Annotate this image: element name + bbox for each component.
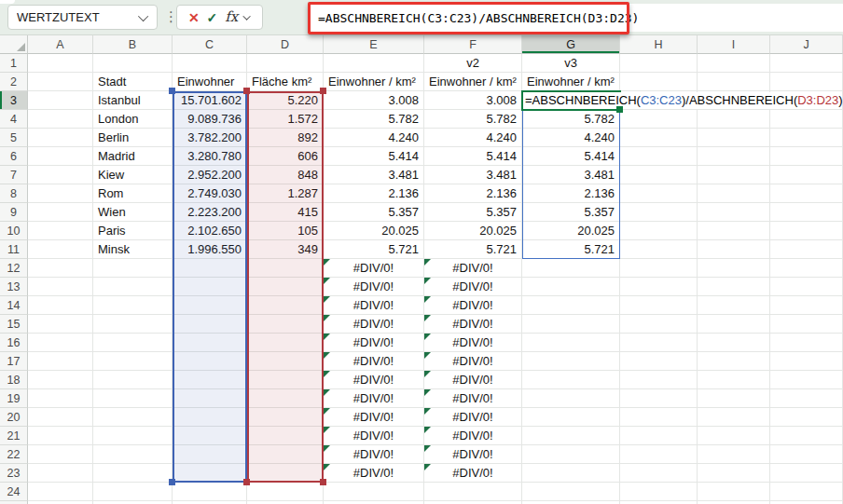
- cell-C2[interactable]: Einwohner: [173, 73, 247, 91]
- cell-G17[interactable]: [522, 352, 620, 371]
- cell-G16[interactable]: [522, 334, 620, 352]
- cell-G15[interactable]: [522, 315, 620, 334]
- cell-D1[interactable]: [247, 54, 324, 73]
- cell-I2[interactable]: [698, 73, 770, 91]
- cell-B4[interactable]: London: [93, 110, 173, 129]
- cell-A10[interactable]: [28, 222, 93, 240]
- cell-E10[interactable]: 20.025: [324, 222, 424, 240]
- row-header-10[interactable]: 10: [0, 222, 28, 240]
- cell-I11[interactable]: [698, 240, 770, 259]
- cell-A1[interactable]: [28, 54, 93, 73]
- cell-F20[interactable]: #DIV/0!: [424, 408, 522, 427]
- cell-B16[interactable]: [93, 334, 173, 352]
- cell-C9[interactable]: 2.223.200: [173, 203, 247, 222]
- cell-J19[interactable]: [770, 389, 843, 408]
- cell-J5[interactable]: [770, 129, 843, 147]
- cell-G11[interactable]: 5.721: [522, 240, 620, 259]
- cell-D20[interactable]: [247, 408, 324, 427]
- cell-E9[interactable]: 5.357: [324, 203, 424, 222]
- cell-F14[interactable]: #DIV/0!: [424, 296, 522, 315]
- cell-F19[interactable]: #DIV/0!: [424, 389, 522, 408]
- cell-D12[interactable]: [247, 259, 324, 278]
- cell-E5[interactable]: 4.240: [324, 129, 424, 147]
- row-header-20[interactable]: 20: [0, 408, 28, 427]
- cell-J24[interactable]: [770, 483, 843, 501]
- cell-B24[interactable]: [93, 483, 173, 501]
- cell-G24[interactable]: [522, 483, 620, 501]
- cell-H19[interactable]: [620, 389, 698, 408]
- cell-A3[interactable]: [28, 91, 93, 110]
- cell-E14[interactable]: #DIV/0!: [324, 296, 424, 315]
- cell-H9[interactable]: [620, 203, 698, 222]
- cell-E11[interactable]: 5.721: [324, 240, 424, 259]
- cell-B3[interactable]: Istanbul: [93, 91, 173, 110]
- cell-D15[interactable]: [247, 315, 324, 334]
- row-header-23[interactable]: 23: [0, 464, 28, 483]
- cell-H1[interactable]: [620, 54, 698, 73]
- cell-C15[interactable]: [173, 315, 247, 334]
- cell-F2[interactable]: Einwohner / km²: [424, 73, 522, 91]
- cell-F7[interactable]: 3.481: [424, 166, 522, 184]
- cell-D9[interactable]: 415: [247, 203, 324, 222]
- cell-G22[interactable]: [522, 445, 620, 464]
- cell-B23[interactable]: [93, 464, 173, 483]
- cell-C12[interactable]: [173, 259, 247, 278]
- cell-D24[interactable]: [247, 483, 324, 501]
- cell-A15[interactable]: [28, 315, 93, 334]
- cell-F4[interactable]: 5.782: [424, 110, 522, 129]
- cell-J18[interactable]: [770, 371, 843, 389]
- insert-function-icon[interactable]: fx: [225, 10, 238, 24]
- cell-E1[interactable]: [324, 54, 424, 73]
- row-header-22[interactable]: 22: [0, 445, 28, 464]
- cell-G5[interactable]: 4.240: [522, 129, 620, 147]
- cell-J20[interactable]: [770, 408, 843, 427]
- column-header-F[interactable]: F: [424, 35, 522, 54]
- cell-B12[interactable]: [93, 259, 173, 278]
- cell-B17[interactable]: [93, 352, 173, 371]
- cell-B1[interactable]: [93, 54, 173, 73]
- cell-A7[interactable]: [28, 166, 93, 184]
- cell-J16[interactable]: [770, 334, 843, 352]
- cell-C21[interactable]: [173, 427, 247, 445]
- cell-C3[interactable]: 15.701.602: [173, 91, 247, 110]
- cell-E23[interactable]: #DIV/0!: [324, 464, 424, 483]
- cell-A17[interactable]: [28, 352, 93, 371]
- cell-I8[interactable]: [698, 184, 770, 203]
- cell-A13[interactable]: [28, 278, 93, 296]
- cell-D16[interactable]: [247, 334, 324, 352]
- cell-D2[interactable]: Fläche km²: [247, 73, 324, 91]
- column-header-J[interactable]: J: [770, 35, 843, 54]
- cell-E22[interactable]: #DIV/0!: [324, 445, 424, 464]
- cell-E13[interactable]: #DIV/0!: [324, 278, 424, 296]
- row-header-9[interactable]: 9: [0, 203, 28, 222]
- cell-A16[interactable]: [28, 334, 93, 352]
- cell-A6[interactable]: [28, 147, 93, 166]
- cell-J14[interactable]: [770, 296, 843, 315]
- cell-I18[interactable]: [698, 371, 770, 389]
- cell-J8[interactable]: [770, 184, 843, 203]
- cell-B22[interactable]: [93, 445, 173, 464]
- cell-I12[interactable]: [698, 259, 770, 278]
- cell-F8[interactable]: 2.136: [424, 184, 522, 203]
- cell-F15[interactable]: #DIV/0!: [424, 315, 522, 334]
- cell-D10[interactable]: 105: [247, 222, 324, 240]
- cell-A12[interactable]: [28, 259, 93, 278]
- cell-H2[interactable]: [620, 73, 698, 91]
- cell-A8[interactable]: [28, 184, 93, 203]
- cell-E24[interactable]: [324, 483, 424, 501]
- cell-I17[interactable]: [698, 352, 770, 371]
- cell-H21[interactable]: [620, 427, 698, 445]
- cell-C1[interactable]: [173, 54, 247, 73]
- cell-I6[interactable]: [698, 147, 770, 166]
- cell-B13[interactable]: [93, 278, 173, 296]
- cell-E7[interactable]: 3.481: [324, 166, 424, 184]
- cell-A5[interactable]: [28, 129, 93, 147]
- cell-D3[interactable]: 5.220: [247, 91, 324, 110]
- row-header-21[interactable]: 21: [0, 427, 28, 445]
- column-header-H[interactable]: H: [620, 35, 698, 54]
- cell-B8[interactable]: Rom: [93, 184, 173, 203]
- cell-F17[interactable]: #DIV/0!: [424, 352, 522, 371]
- row-header-17[interactable]: 17: [0, 352, 28, 371]
- cell-F1[interactable]: v2: [424, 54, 522, 73]
- cell-C18[interactable]: [173, 371, 247, 389]
